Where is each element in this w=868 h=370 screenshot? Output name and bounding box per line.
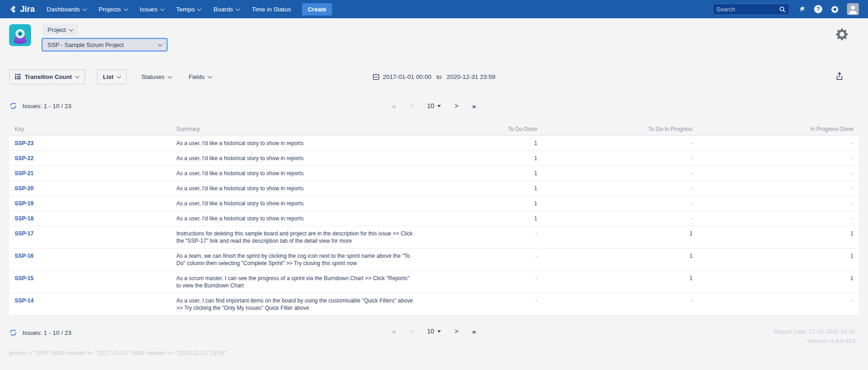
report-type-dropdown[interactable]: Transition Count: [9, 69, 85, 84]
issue-key-link[interactable]: SSP-18: [15, 215, 33, 222]
issue-key-link[interactable]: SSP-16: [15, 253, 33, 259]
cell-inprogress-done: -: [698, 181, 859, 196]
table-row: SSP-15 As a scrum master, I can see the …: [9, 271, 859, 293]
page-size-select[interactable]: 10: [427, 328, 441, 335]
announcement-icon[interactable]: [797, 5, 806, 14]
view-dropdown[interactable]: List: [97, 69, 127, 84]
cell-todo-done: -: [419, 249, 543, 271]
table-row: SSP-17 Instructions for deleting this sa…: [9, 226, 859, 249]
table-row: SSP-21 As a user, I'd like a historical …: [9, 166, 859, 181]
project-controls: Project SSP - Sample Scrum Project: [42, 24, 167, 51]
page-size-select[interactable]: 10: [427, 102, 441, 109]
issues-count-label: Issues: 1 - 10 / 23: [22, 329, 71, 336]
jira-logo[interactable]: Jira: [9, 5, 35, 14]
cell-todo-inprogress: -: [543, 181, 698, 196]
nav-item-projects[interactable]: Projects: [99, 6, 127, 13]
cell-todo-inprogress: -: [543, 211, 698, 226]
issue-key-link[interactable]: SSP-17: [15, 230, 33, 237]
cell-inprogress-done: -: [698, 136, 859, 151]
chevron-down-icon: [69, 27, 74, 31]
cell-todo-inprogress: -: [543, 293, 698, 316]
pagination-bottom: « < 10 > »: [392, 328, 476, 335]
nav-item-dashboards[interactable]: Dashboards: [47, 6, 86, 13]
chevron-down-icon: [437, 105, 441, 107]
issue-key-link[interactable]: SSP-20: [15, 185, 33, 192]
export-icon[interactable]: [835, 72, 844, 82]
top-navbar: Jira Dashboards Projects Issues Tempo Bo…: [0, 0, 868, 18]
column-header-todo-done[interactable]: To Do-Done: [419, 123, 543, 136]
chevron-down-icon: [236, 6, 240, 11]
issues-table: Key Summary To Do-Done To Do-In Progress…: [9, 123, 859, 316]
navbar-right: ?: [713, 3, 859, 15]
issue-key-link[interactable]: SSP-15: [15, 275, 33, 281]
first-page-button[interactable]: «: [392, 103, 396, 109]
chevron-down-icon: [82, 6, 87, 11]
issue-key-link[interactable]: SSP-23: [15, 140, 33, 146]
issue-summary: As a user, I'd like a historical story t…: [176, 155, 303, 162]
issue-summary: As a user, I'd like a historical story t…: [176, 140, 303, 146]
date-range-picker[interactable]: 2017-01-01 00:00 to 2020-12-31 23:59: [373, 73, 495, 80]
column-header-key[interactable]: Key: [9, 123, 171, 136]
jira-logo-icon: [9, 5, 18, 14]
next-page-button[interactable]: >: [455, 103, 458, 109]
next-page-button[interactable]: >: [455, 328, 458, 334]
table-row: SSP-16 As a team, we can finish the spri…: [9, 249, 859, 271]
filter-type-button[interactable]: Project: [42, 24, 78, 36]
column-header-summary[interactable]: Summary: [171, 123, 419, 136]
cell-inprogress-done: -: [698, 293, 859, 316]
last-page-button[interactable]: »: [472, 328, 476, 335]
search-box[interactable]: [713, 4, 789, 15]
prev-page-button[interactable]: <: [410, 103, 413, 109]
cell-todo-done: 1: [419, 211, 543, 226]
grid-icon: [15, 74, 21, 79]
cell-inprogress-done: 1: [698, 249, 859, 271]
chevron-down-icon: [158, 42, 163, 47]
issues-count-label: Issues: 1 - 10 / 23: [22, 103, 71, 109]
refresh-icon[interactable]: [9, 328, 17, 337]
cell-inprogress-done: 1: [698, 226, 859, 249]
chevron-down-icon: [75, 74, 80, 78]
nav-item-tempo[interactable]: Tempo: [176, 6, 201, 13]
cell-todo-inprogress: -: [543, 196, 698, 211]
cell-todo-inprogress: 1: [543, 249, 698, 271]
cell-todo-done: 1: [419, 196, 543, 211]
nav-item-time-in-status[interactable]: Time in Status: [252, 6, 291, 13]
nav-item-boards[interactable]: Boards: [213, 6, 239, 13]
nav-item-issues[interactable]: Issues: [140, 6, 164, 13]
column-header-todo-inprogress[interactable]: To Do-In Progress: [543, 123, 698, 136]
issue-key-link[interactable]: SSP-14: [15, 297, 33, 304]
jira-logo-text: Jira: [20, 5, 35, 14]
issue-summary: As a user, I'd like a historical story t…: [176, 185, 303, 192]
issue-key-link[interactable]: SSP-22: [15, 155, 33, 162]
fields-dropdown[interactable]: Fields: [189, 73, 212, 80]
project-avatar[interactable]: [9, 24, 31, 46]
prev-page-button[interactable]: <: [410, 328, 413, 334]
statuses-dropdown[interactable]: Statuses: [141, 73, 171, 80]
issue-key-link[interactable]: SSP-19: [15, 200, 33, 207]
table-row: SSP-14 As a user, I can find important i…: [9, 293, 859, 316]
cell-todo-inprogress: 1: [543, 271, 698, 293]
user-avatar[interactable]: [847, 3, 859, 15]
report-version: Version: 4.8.0.653: [773, 336, 855, 346]
pagination-top: « < 10 > »: [392, 102, 476, 109]
date-to: 2020-12-31 23:59: [447, 73, 496, 80]
create-button[interactable]: Create: [302, 3, 332, 16]
first-page-button[interactable]: «: [392, 328, 396, 335]
cell-todo-done: 1: [419, 136, 543, 151]
project-header: Project SSP - Sample Scrum Project: [0, 18, 868, 56]
issue-key-link[interactable]: SSP-21: [15, 170, 33, 177]
last-page-button[interactable]: »: [472, 103, 476, 109]
column-header-inprogress-done[interactable]: In Progress-Done: [698, 123, 859, 136]
settings-gear-icon[interactable]: [830, 5, 839, 14]
cell-todo-inprogress: -: [543, 166, 698, 181]
help-icon[interactable]: ?: [814, 5, 822, 13]
refresh-icon[interactable]: [9, 102, 17, 110]
issue-summary: As a user, I'd like a historical story t…: [176, 170, 303, 177]
project-select[interactable]: SSP - Sample Scrum Project: [42, 39, 167, 51]
cell-todo-inprogress: 1: [543, 226, 698, 249]
issue-summary: As a scrum master, I can see the progres…: [176, 275, 409, 289]
report-settings-gear-icon[interactable]: [835, 27, 849, 41]
table-row: SSP-22 As a user, I'd like a historical …: [9, 151, 859, 166]
issues-info-row-top: Issues: 1 - 10 / 23 « < 10 > »: [0, 100, 868, 112]
search-input[interactable]: [716, 6, 778, 13]
